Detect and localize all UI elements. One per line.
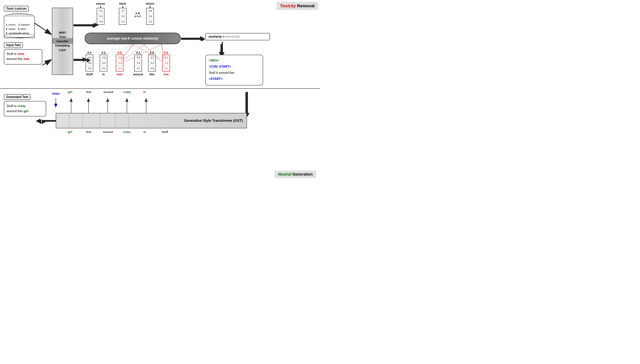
label-nuts: nuts <box>117 72 123 76</box>
bottom-word-around-bot: around <box>103 130 113 134</box>
svg-marker-48 <box>145 98 148 102</box>
score-stuff: 0.4 <box>88 51 92 54</box>
generation-text: Generation <box>291 172 313 176</box>
label-stuff: Stuff <box>86 72 93 76</box>
svg-marker-46 <box>125 98 128 102</box>
bottom-label-this: this <box>86 90 91 94</box>
bottom-word-end: <END> <box>52 92 60 95</box>
svg-marker-50 <box>54 104 57 108</box>
diagram-container: Toxicity Removal Neutral Generation Toxi… <box>0 0 320 182</box>
score-hoe: 0.9 <box>164 51 168 54</box>
gst-cell-2 <box>69 113 83 128</box>
score-nuts: 0.8 <box>118 51 122 54</box>
generated-text-label: Generated Text <box>4 94 31 100</box>
cells-stuff: 0.3 0.8 0.5 <box>86 54 93 72</box>
toxic-word-nuts: nuts <box>17 52 24 56</box>
bert-box: BERT Toxic Classifier Embedding Layer <box>52 8 73 75</box>
word-col-stuff: 0.4 0.3 0.8 0.5 Stuff <box>86 51 93 76</box>
threshold-text: threshold <box>226 35 240 38</box>
bottom-label-girl-bot: girl <box>68 130 72 134</box>
arrow-sim-down <box>220 42 225 56</box>
cells-is: 0.9 0.4 0.2 <box>100 54 107 72</box>
bert-line5: Layer <box>59 48 66 52</box>
avg-label: average top-K cosine similarity <box>107 36 158 40</box>
bottom-word-is-bot: is <box>143 130 146 134</box>
bottom-label-crazy: crazy <box>123 90 131 94</box>
emb-cells-moron: 0.2 0.5 0.9 <box>97 8 104 25</box>
toxic-word-hoe: hoe <box>24 57 30 61</box>
emb-label-whore: whore <box>146 2 154 5</box>
bert-line3: Classifier <box>56 40 69 43</box>
sim-threshold-box: similarity > threshold <box>205 33 270 40</box>
cylinder-bottom-ellipse <box>4 34 35 38</box>
xn-label: x N <box>135 12 141 17</box>
gst-cell-5 <box>115 113 129 128</box>
svg-overlay <box>0 0 320 182</box>
bottom-label-end: <END> <box>52 92 60 95</box>
word-col-is: 0.3 0.9 0.4 0.2 is <box>100 51 107 76</box>
bottom-label-crazy-bot: crazy <box>123 130 130 134</box>
gen-line2: around this girl <box>7 109 29 113</box>
toxicity-text: Toxicity <box>280 4 296 8</box>
emb-cell-whore-2: 0.3 <box>146 19 154 24</box>
bottom-word-is-top: is <box>143 90 146 94</box>
label-this: this <box>149 72 155 76</box>
emb-cell-moron-2: 0.9 <box>97 19 105 24</box>
bottom-label-around-bot: around <box>103 130 113 134</box>
toxic-lexicon-label: Toxic Lexicon <box>4 6 29 12</box>
label-hoe: hoe <box>164 72 169 76</box>
sim-text: similarity > <box>208 35 226 38</box>
label-around: around <box>133 72 143 76</box>
gen-word-girl: girl <box>24 109 29 113</box>
generated-text-content: Stuff is crazy around this girl <box>4 101 46 116</box>
word-col-around: 0.2 0.4 0.5 0.7 around <box>133 51 143 76</box>
bottom-word-stuff-bot: Stuff <box>161 130 168 134</box>
emb-label-bitch: bitch <box>119 2 126 5</box>
input-text-content: Stuff is nuts around this hoe <box>4 49 42 64</box>
generated-text-section: Generated Text Stuff is crazy around thi… <box>4 94 46 116</box>
bottom-label-is: is <box>143 90 146 94</box>
svg-line-1 <box>42 60 52 65</box>
lexicon-row-2: 3. stupid 4. bitch <box>6 27 30 31</box>
embedding-col-whore: whore 0.6 0.4 0.3 <box>146 2 154 25</box>
emb-cell-moron-1: 0.5 <box>97 14 105 19</box>
bert-line1: BERT <box>59 31 66 34</box>
gst-cell-3 <box>83 113 100 128</box>
bert-label: BERT Toxic Classifier Embedding Layer <box>55 30 70 52</box>
cells-hoe: 0.8 0.6 0.1 <box>162 54 170 72</box>
label-is: is <box>102 72 105 76</box>
bottom-word-girl-bot: girl <box>68 130 72 134</box>
bottom-label-girl: girl <box>68 90 72 94</box>
embedding-col-bitch: bitch 0.7 0.5 0.2 <box>119 2 127 25</box>
bottom-word-girl-top: girl <box>68 90 72 94</box>
xn-text: x N <box>135 12 141 15</box>
score-around: 0.2 <box>136 51 140 54</box>
arrow-avg-to-sim <box>181 37 205 42</box>
removal-text: Removal <box>296 4 315 8</box>
gen-word-crazy: crazy <box>17 104 26 108</box>
cylinder-body: 1. moron 2. bastard 3. stupid 4. bitch 5… <box>4 17 35 38</box>
score-is: 0.3 <box>102 51 106 54</box>
cells-nuts: 0.6 0.1 0.3 <box>116 54 123 72</box>
neutral-text: Neutral <box>278 172 291 176</box>
bottom-label-around: around <box>103 90 113 94</box>
input-text-section: Input Text Stuff is nuts around this hoe <box>4 42 42 64</box>
neu-line3: Stuff is around this <box>209 70 260 76</box>
arrow-gst-to-gen <box>38 120 41 124</box>
bottom-label-this-bot: this <box>86 130 91 134</box>
avg-box: average top-K cosine similarity <box>85 33 181 44</box>
emb-cell-whore-1: 0.4 <box>146 14 154 19</box>
bottom-word-around-top: around <box>103 90 113 94</box>
bottom-word-crazy-bot: crazy <box>123 130 130 134</box>
emb-cell-bitch-2: 0.2 <box>119 19 127 24</box>
word-col-this: 0.5 0.1 0.2 0.9 this <box>148 51 156 76</box>
neutral-gen-label: Neutral Generation <box>275 170 316 178</box>
emb-cell-whore-0: 0.6 <box>146 8 154 14</box>
bottom-label-stuff-bot: Stuff <box>161 130 168 134</box>
emb-cell-moron-0: 0.2 <box>97 8 105 14</box>
svg-marker-40 <box>70 98 73 102</box>
emb-cell-bitch-1: 0.5 <box>119 14 127 19</box>
bottom-word-crazy-top: crazy <box>123 90 131 94</box>
lexicon-row-1: 1. moron 2. bastard <box>6 23 30 27</box>
input-text-line1: Stuff is nuts <box>7 52 24 56</box>
